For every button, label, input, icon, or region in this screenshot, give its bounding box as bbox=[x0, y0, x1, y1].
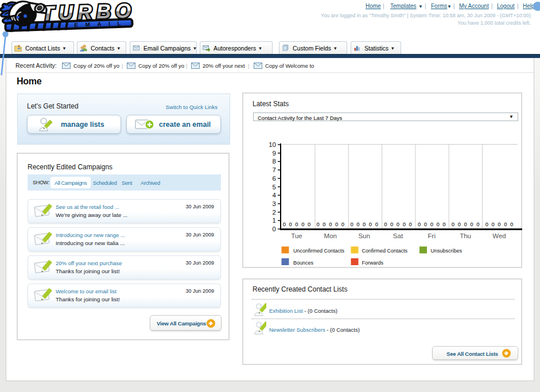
svg-text:0: 0 bbox=[510, 221, 513, 227]
svg-text:0: 0 bbox=[397, 221, 399, 227]
svg-text:0: 0 bbox=[430, 221, 433, 227]
svg-text:Tue: Tue bbox=[291, 232, 302, 239]
svg-text:0: 0 bbox=[295, 221, 298, 227]
svg-text:2: 2 bbox=[273, 209, 276, 216]
svg-text:0: 0 bbox=[390, 221, 393, 227]
svg-text:0: 0 bbox=[470, 221, 473, 227]
svg-text:0: 0 bbox=[492, 221, 495, 227]
svg-text:9: 9 bbox=[273, 150, 276, 157]
svg-text:0: 0 bbox=[283, 221, 286, 227]
svg-text:0: 0 bbox=[436, 221, 439, 227]
svg-text:Thu: Thu bbox=[460, 232, 471, 239]
svg-text:0: 0 bbox=[301, 221, 304, 227]
svg-text:Confirmed Contacts: Confirmed Contacts bbox=[362, 248, 408, 254]
svg-text:0: 0 bbox=[335, 221, 338, 227]
svg-text:0: 0 bbox=[350, 221, 353, 227]
svg-text:5: 5 bbox=[273, 184, 276, 191]
svg-text:0: 0 bbox=[329, 221, 332, 227]
svg-text:0: 0 bbox=[424, 221, 427, 227]
svg-text:Forwards: Forwards bbox=[362, 260, 384, 266]
svg-text:0: 0 bbox=[403, 221, 406, 227]
svg-text:1: 1 bbox=[273, 217, 276, 224]
svg-text:Sun: Sun bbox=[358, 232, 370, 239]
svg-text:0: 0 bbox=[504, 221, 507, 227]
svg-text:0: 0 bbox=[464, 221, 467, 227]
svg-text:0: 0 bbox=[363, 221, 366, 227]
svg-text:0: 0 bbox=[356, 221, 359, 227]
svg-text:Unsubscribes: Unsubscribes bbox=[431, 248, 463, 254]
svg-text:Bounces: Bounces bbox=[293, 260, 314, 266]
svg-text:0: 0 bbox=[317, 221, 320, 227]
svg-text:Fri: Fri bbox=[428, 232, 436, 239]
svg-text:0: 0 bbox=[476, 221, 479, 227]
svg-text:0: 0 bbox=[384, 221, 387, 227]
svg-text:0: 0 bbox=[442, 221, 445, 227]
svg-text:0: 0 bbox=[273, 226, 276, 232]
svg-text:6: 6 bbox=[273, 175, 276, 182]
svg-text:0: 0 bbox=[485, 221, 488, 227]
svg-text:3: 3 bbox=[273, 200, 276, 207]
svg-text:Mon: Mon bbox=[324, 232, 337, 239]
svg-text:Unconfirmed Contacts: Unconfirmed Contacts bbox=[293, 248, 345, 254]
svg-text:0: 0 bbox=[289, 221, 292, 227]
svg-text:0: 0 bbox=[341, 221, 344, 227]
svg-text:7: 7 bbox=[273, 166, 276, 173]
svg-text:0: 0 bbox=[308, 221, 310, 227]
svg-text:10: 10 bbox=[269, 141, 276, 148]
svg-text:0: 0 bbox=[409, 221, 411, 227]
svg-text:0: 0 bbox=[369, 221, 372, 227]
svg-text:Sat: Sat bbox=[393, 232, 403, 239]
svg-text:0: 0 bbox=[458, 221, 461, 227]
svg-text:0: 0 bbox=[452, 221, 454, 227]
svg-text:0: 0 bbox=[323, 221, 325, 227]
svg-text:0: 0 bbox=[418, 221, 421, 227]
svg-text:0: 0 bbox=[498, 221, 500, 227]
svg-text:0: 0 bbox=[375, 221, 378, 227]
svg-text:Wed: Wed bbox=[492, 232, 506, 239]
svg-text:4: 4 bbox=[273, 192, 277, 199]
svg-text:8: 8 bbox=[273, 158, 276, 165]
